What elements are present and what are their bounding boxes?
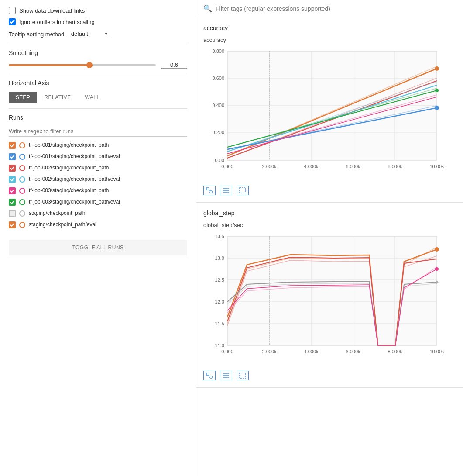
left-panel: Show data download links Ignore outliers…: [0, 0, 196, 476]
global-step-chart-subtitle: global_step/sec: [203, 222, 456, 228]
run-color-dot-8: [19, 222, 25, 228]
global-step-chart-toolbar: [203, 371, 456, 380]
show-download-row: Show data download links: [9, 7, 187, 14]
svg-text:6.000k: 6.000k: [346, 164, 360, 169]
runs-filter-input[interactable]: [9, 126, 187, 137]
global-step-section: global_step global_step/sec: [196, 203, 463, 388]
list-item: tf-job-002/staging/checkpoint_path/eval: [9, 176, 187, 183]
list-item: tf-job-003/staging/checkpoint_path: [9, 187, 187, 194]
run-color-dot-3: [19, 165, 25, 171]
run-name-1: tf-job-001/staging/checkpoint_path: [29, 142, 109, 149]
accuracy-legend-button[interactable]: [220, 186, 232, 195]
svg-point-23: [435, 66, 439, 71]
runs-section: Runs tf-job-001/staging/checkpoint_path …: [9, 114, 187, 255]
svg-text:10.00k: 10.00k: [429, 164, 444, 169]
run-checkbox-2[interactable]: [9, 153, 16, 160]
run-checkbox-8[interactable]: [9, 221, 16, 228]
svg-rect-28: [210, 191, 213, 193]
filter-bar: 🔍: [196, 0, 463, 17]
svg-text:0.00: 0.00: [215, 158, 224, 163]
run-checkbox-5[interactable]: [9, 187, 16, 194]
svg-point-24: [435, 106, 439, 110]
divider-3: [9, 108, 187, 109]
run-color-dot-5: [19, 188, 25, 194]
ignore-outliers-checkbox[interactable]: [9, 18, 16, 25]
global-step-zoom-fit-button[interactable]: [203, 371, 216, 380]
accuracy-zoom-fit-button[interactable]: [203, 186, 216, 195]
svg-rect-32: [240, 188, 246, 193]
axis-step-button[interactable]: STEP: [9, 92, 37, 103]
list-item: staging/checkpoint_path: [9, 210, 187, 217]
run-checkbox-7[interactable]: [9, 210, 16, 217]
accuracy-section-title: accuracy: [203, 24, 456, 31]
run-name-3: tf-job-002/staging/checkpoint_path: [29, 165, 109, 172]
tooltip-select-wrapper: default ascending descending nearest: [69, 30, 109, 38]
smoothing-value-input[interactable]: [161, 62, 187, 69]
svg-text:11.5: 11.5: [215, 321, 224, 326]
divider-2: [9, 74, 187, 74]
show-download-label[interactable]: Show data download links: [19, 7, 85, 14]
run-color-dot-1: [19, 142, 25, 148]
accuracy-chart-toolbar: [203, 186, 456, 195]
svg-point-60: [435, 267, 439, 271]
svg-text:10.00k: 10.00k: [429, 349, 444, 354]
run-checkbox-6[interactable]: [9, 199, 16, 206]
svg-point-58: [435, 247, 439, 252]
accuracy-zoom-rect-button[interactable]: [237, 186, 249, 195]
accuracy-svg: 0.00 0.200 0.400 0.600 0.800 0.000 2.000…: [203, 47, 446, 182]
divider-1: [9, 44, 187, 44]
run-checkbox-4[interactable]: [9, 176, 16, 183]
svg-text:0.400: 0.400: [212, 103, 224, 108]
smoothing-slider-fill: [9, 64, 89, 66]
axis-section: Horizontal Axis STEP RELATIVE WALL: [9, 79, 187, 103]
svg-point-25: [435, 89, 439, 92]
svg-text:4.000k: 4.000k: [304, 349, 319, 354]
runs-title: Runs: [9, 114, 187, 121]
show-download-checkbox[interactable]: [9, 7, 16, 14]
svg-text:0.200: 0.200: [212, 130, 224, 135]
smoothing-title: Smoothing: [9, 49, 187, 56]
tooltip-sort-label: Tooltip sorting method:: [9, 31, 66, 38]
svg-text:13.0: 13.0: [215, 255, 224, 261]
axis-relative-button[interactable]: RELATIVE: [37, 92, 78, 103]
tooltip-sort-select[interactable]: default ascending descending nearest: [69, 30, 109, 38]
list-item: staging/checkpoint_path/eval: [9, 221, 187, 228]
ignore-outliers-label[interactable]: Ignore outliers in chart scaling: [19, 19, 95, 25]
global-step-chart-card: global_step/sec: [203, 222, 456, 380]
svg-rect-63: [210, 376, 213, 378]
smoothing-slider-track[interactable]: [9, 64, 156, 66]
smoothing-slider-thumb[interactable]: [86, 62, 93, 68]
run-checkbox-1[interactable]: [9, 142, 16, 149]
svg-text:13.5: 13.5: [215, 234, 224, 239]
axis-buttons-group: STEP RELATIVE WALL: [9, 92, 187, 103]
run-checkbox-3[interactable]: [9, 165, 16, 172]
run-color-dot-2: [19, 154, 25, 160]
svg-text:0.000: 0.000: [221, 349, 233, 354]
svg-text:2.000k: 2.000k: [262, 164, 277, 169]
global-step-legend-button[interactable]: [220, 371, 232, 380]
list-item: tf-job-001/staging/checkpoint_path/eval: [9, 153, 187, 160]
global-step-zoom-rect-button[interactable]: [237, 371, 249, 380]
run-name-4: tf-job-002/staging/checkpoint_path/eval: [29, 176, 120, 183]
smoothing-slider-row: [9, 62, 187, 69]
global-step-section-title: global_step: [203, 210, 456, 217]
svg-text:4.000k: 4.000k: [304, 164, 319, 169]
svg-text:12.5: 12.5: [215, 277, 224, 283]
axis-wall-button[interactable]: WALL: [78, 92, 106, 103]
axis-title: Horizontal Axis: [9, 79, 187, 86]
svg-text:8.000k: 8.000k: [388, 349, 402, 354]
search-icon: 🔍: [203, 4, 212, 13]
svg-rect-27: [206, 188, 209, 190]
filter-tags-input[interactable]: [216, 5, 456, 12]
run-name-8: staging/checkpoint_path/eval: [29, 221, 96, 228]
run-name-7: staging/checkpoint_path: [29, 210, 85, 217]
svg-rect-33: [227, 236, 437, 345]
toggle-all-button[interactable]: TOGGLE ALL RUNS: [9, 240, 187, 255]
accuracy-chart-subtitle: accuracy: [203, 37, 456, 43]
svg-text:6.000k: 6.000k: [346, 349, 360, 354]
svg-text:8.000k: 8.000k: [388, 164, 402, 169]
svg-text:2.000k: 2.000k: [262, 349, 277, 354]
run-name-2: tf-job-001/staging/checkpoint_path/eval: [29, 153, 120, 160]
run-color-dot-6: [19, 199, 25, 205]
run-name-6: tf-job-003/staging/checkpoint_path/eval: [29, 199, 120, 206]
